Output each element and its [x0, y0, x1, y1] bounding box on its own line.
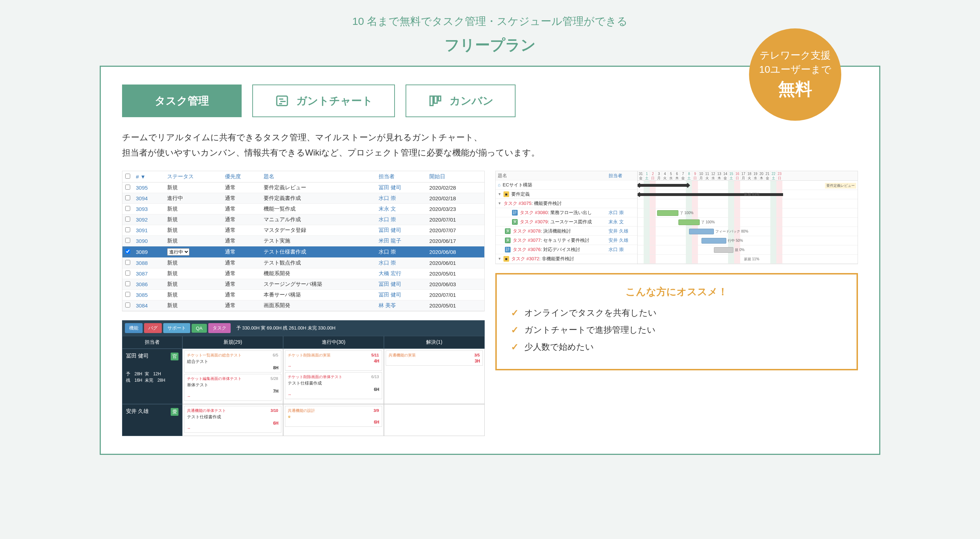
gantt-row[interactable]: ▼ ■ 要件定義: [496, 190, 637, 199]
row-checkbox[interactable]: [125, 260, 130, 265]
assignee-link[interactable]: 水口 崇: [379, 195, 396, 201]
task-id-link[interactable]: 3095: [136, 185, 148, 191]
gantt-bar[interactable]: [714, 247, 733, 253]
assignee-link[interactable]: 冨田 健司: [379, 184, 401, 190]
task-id-link[interactable]: 3089: [136, 249, 148, 255]
row-checkbox[interactable]: [125, 271, 130, 276]
task-id-link[interactable]: 3088: [136, 260, 148, 266]
assignee-link[interactable]: 水口 崇: [379, 216, 396, 222]
table-row[interactable]: 3093 新規 通常 機能一覧作成 末永 文 2020/03/23: [123, 204, 484, 214]
table-row[interactable]: 3085 新規 通常 本番サーバ構築 冨田 健司 2020/07/01: [123, 290, 484, 300]
table-row[interactable]: 3086 新規 通常 ステージングサーバ構築 冨田 健司 2020/06/03: [123, 279, 484, 290]
check-icon: ✓: [511, 325, 519, 336]
table-row[interactable]: 3095 新規 通常 要件定義レビュー 冨田 健司 2020/02/28: [123, 182, 484, 193]
gantt-row[interactable]: 実 タスク #3078: 決済機能検討 安井 久雄: [496, 226, 637, 236]
status-select[interactable]: 進行中: [167, 248, 189, 256]
gantt-row[interactable]: 計 タスク #3076: 対応デバイス検討 水口 崇: [496, 245, 637, 254]
assignee-link[interactable]: 水口 崇: [379, 260, 396, 266]
task-link[interactable]: タスク #3079: [520, 219, 548, 225]
assignee-link[interactable]: 末永 文: [379, 206, 396, 212]
assignee-link[interactable]: 水口 崇: [379, 249, 396, 255]
task-id-link[interactable]: 3090: [136, 238, 148, 244]
filter-qa[interactable]: QA: [192, 324, 207, 333]
gantt-bar[interactable]: [657, 210, 678, 216]
th-subject[interactable]: 題名: [261, 171, 376, 182]
tab-gantt-chart[interactable]: ガントチャート: [252, 85, 395, 117]
table-row[interactable]: 3092 新規 通常 マニュアル作成 水口 崇 2020/07/01: [123, 214, 484, 225]
kanban-card[interactable]: チケット編集画面の単体テスト 5/28 単体テスト 7H ↔: [184, 374, 282, 401]
row-checkbox[interactable]: [125, 185, 130, 190]
table-row[interactable]: 3088 新規 通常 テスト観点作成 水口 崇 2020/06/01: [123, 258, 484, 268]
task-link[interactable]: タスク #3075: [503, 201, 531, 206]
table-row[interactable]: 3089 進行中 通常 テスト仕様書作成 水口 崇 2020/06/08: [123, 246, 484, 258]
row-checkbox[interactable]: [125, 249, 130, 254]
assignee-link[interactable]: 冨田 健司: [379, 281, 401, 287]
gantt-bar[interactable]: [689, 229, 714, 234]
gantt-row[interactable]: 計 タスク #3080: 業務フロー洗い出し 水口 崇: [496, 208, 637, 217]
filter-support[interactable]: サポート: [163, 323, 190, 333]
row-checkbox[interactable]: [125, 217, 130, 222]
task-link[interactable]: タスク #3076: [513, 247, 541, 252]
row-checkbox[interactable]: [125, 303, 130, 308]
row-checkbox[interactable]: [125, 281, 130, 286]
arrow-icon: ↔: [288, 364, 292, 368]
table-row[interactable]: 3090 新規 通常 テスト実施 米田 龍子 2020/06/17: [123, 236, 484, 246]
expand-icon[interactable]: ▼: [498, 257, 501, 261]
row-checkbox[interactable]: [125, 206, 130, 211]
row-checkbox[interactable]: [125, 292, 130, 297]
kanban-card[interactable]: 共通機能の設計 3/9 ※ 6H: [285, 406, 382, 427]
tab-task-management[interactable]: タスク管理: [122, 85, 242, 117]
table-row[interactable]: 3094 進行中 通常 要件定義書作成 水口 崇 2020/02/18: [123, 193, 484, 204]
kanban-assignee-cell: 安井 久雄 愛: [122, 404, 182, 436]
card-hours: 3H: [388, 359, 480, 364]
assignee-link[interactable]: 林 美苓: [379, 302, 396, 308]
row-checkbox[interactable]: [125, 238, 130, 243]
table-row[interactable]: 3087 新規 通常 機能系開発 大橋 宏行 2020/05/01: [123, 268, 484, 279]
task-id-link[interactable]: 3085: [136, 292, 148, 298]
th-assignee[interactable]: 担当者: [376, 171, 426, 182]
row-checkbox[interactable]: [125, 195, 130, 200]
task-id-link[interactable]: 3094: [136, 195, 148, 201]
filter-task[interactable]: タスク: [208, 323, 231, 333]
task-id-link[interactable]: 3092: [136, 217, 148, 223]
gantt-row[interactable]: ▼ ■ タスク #3072: 非機能要件検討: [496, 254, 637, 263]
kanban-card[interactable]: 共通機能の実装 3/5 3H: [386, 351, 483, 366]
assignee-link[interactable]: 冨田 健司: [379, 292, 401, 298]
gantt-bar[interactable]: [702, 238, 726, 244]
th-id[interactable]: # ▼: [133, 171, 164, 182]
gantt-row[interactable]: 実 タスク #3077: セキュリティ要件検討 安井 久雄: [496, 236, 637, 245]
select-all-checkbox[interactable]: [125, 174, 130, 179]
row-checkbox[interactable]: [125, 227, 130, 232]
kanban-card[interactable]: チケット削除画面の実装 5/11 4H ↔: [285, 351, 382, 371]
filter-function[interactable]: 機能: [125, 323, 143, 333]
table-row[interactable]: 3084 新規 通常 画面系開発 林 美苓 2020/05/01: [123, 300, 484, 311]
assignee-link[interactable]: 大橋 宏行: [379, 270, 401, 276]
th-status[interactable]: ステータス: [164, 171, 222, 182]
kanban-card[interactable]: 共通機能の単体テスト 3/10 テスト仕様書作成 6H ↔: [184, 406, 282, 433]
expand-icon[interactable]: ▼: [498, 201, 501, 205]
folder-icon: ■: [503, 191, 509, 197]
task-link[interactable]: タスク #3078: [513, 228, 541, 234]
task-id-link[interactable]: 3093: [136, 206, 148, 212]
gantt-bar[interactable]: [678, 219, 700, 225]
task-link[interactable]: タスク #3072: [511, 256, 539, 262]
kanban-card[interactable]: チケット削除画面の単体テスト 6/13 テスト仕様書作成 6H ↔: [285, 372, 382, 399]
tab-kanban[interactable]: カンバン: [406, 85, 515, 117]
th-start[interactable]: 開始日: [426, 171, 484, 182]
expand-icon[interactable]: ▼: [498, 192, 501, 196]
th-priority[interactable]: 優先度: [222, 171, 261, 182]
assignee-link[interactable]: 冨田 健司: [379, 227, 401, 233]
task-id-link[interactable]: 3087: [136, 271, 148, 277]
task-id-link[interactable]: 3091: [136, 227, 148, 233]
kanban-card[interactable]: チケット一覧画面の総合テスト 6/5 総合テスト 8H: [184, 351, 282, 373]
task-id-link[interactable]: 3084: [136, 303, 148, 309]
assignee-link[interactable]: 米田 龍子: [379, 238, 401, 244]
gantt-row[interactable]: ▼ タスク #3075: 機能要件検討: [496, 199, 637, 208]
table-row[interactable]: 3091 新規 通常 マスタデータ登録 冨田 健司 2020/07/07: [123, 225, 484, 236]
task-link[interactable]: タスク #3080: [520, 210, 548, 215]
task-id-link[interactable]: 3086: [136, 281, 148, 287]
gantt-row[interactable]: 実 タスク #3079: ユースケース図作成 末永 文: [496, 217, 637, 226]
filter-bug[interactable]: バグ: [144, 323, 162, 333]
gantt-row[interactable]: ⌂ ECサイト構築: [496, 180, 637, 190]
task-link[interactable]: タスク #3077: [513, 238, 541, 243]
